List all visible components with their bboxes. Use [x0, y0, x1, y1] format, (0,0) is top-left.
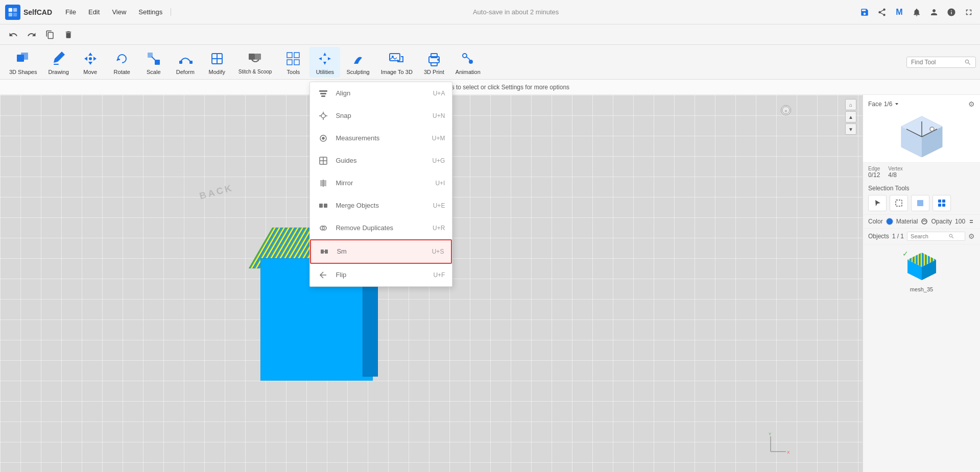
sel-tool-cursor[interactable] [868, 195, 887, 211]
view-menu[interactable]: View [108, 6, 130, 18]
tool-deform[interactable]: Deform [170, 47, 201, 78]
svg-rect-22 [319, 90, 327, 92]
tool-move[interactable]: Move [75, 47, 106, 78]
object-label: mesh_35 [910, 286, 933, 292]
toolbar: 3D Shapes Drawing Move Rotate Scale Defo… [0, 45, 980, 80]
selection-tools-header: Selection Tools [868, 185, 975, 192]
menu-item-merge[interactable]: Merge Objects U+E [310, 194, 452, 217]
merge-icon [317, 200, 329, 212]
file-menu[interactable]: File [61, 6, 80, 18]
menu-item-measurements[interactable]: Measurements U+M [310, 127, 452, 150]
snap-icon [317, 110, 329, 122]
menu-item-remove-dup[interactable]: Remove Duplicates U+R [310, 217, 452, 239]
tool-scale[interactable]: Scale [138, 47, 169, 78]
objects-search-box[interactable] [907, 232, 965, 241]
redo-button[interactable] [25, 28, 39, 42]
snap-label: Snap [336, 112, 426, 119]
tool-rotate[interactable]: Rotate [107, 47, 137, 78]
tool-3d-print[interactable]: 3D Print [419, 47, 449, 78]
menu-item-snap[interactable]: Snap U+N [310, 105, 452, 127]
remove-dup-icon [317, 222, 329, 234]
home-button[interactable]: ⌂ [845, 99, 856, 110]
user-icon[interactable] [928, 6, 940, 18]
guides-icon [317, 155, 329, 167]
sel-tool-multi-select[interactable] [933, 195, 951, 211]
vertex-label: Vertex [888, 166, 902, 171]
m-icon[interactable]: M [893, 6, 905, 18]
tool-scale-label: Scale [147, 69, 161, 75]
tool-stitch[interactable]: Stitch & Scoop [233, 47, 277, 78]
tool-image-to-3d[interactable]: Image To 3D [376, 47, 418, 78]
svg-rect-32 [319, 204, 323, 208]
face-selector[interactable]: Face 1/6 [868, 101, 899, 108]
material-label: Material [896, 218, 918, 225]
tool-utilities-label: Utilities [316, 69, 334, 75]
find-tool-box[interactable] [906, 57, 976, 68]
tool-utilities[interactable]: Utilities Align U+A Snap U+N [309, 47, 340, 78]
objects-header: Objects 1 / 1 ⚙ [863, 229, 980, 244]
material-icon[interactable] [921, 218, 928, 225]
objects-search-input[interactable] [911, 233, 946, 239]
compass: ⊕ [781, 105, 791, 115]
selection-tools-label: Selection Tools [868, 185, 910, 192]
rotate-icon [113, 49, 131, 68]
menu-item-sm[interactable]: Sm U+S [310, 239, 452, 264]
nav-up[interactable]: ▲ [845, 111, 856, 122]
vertex-count: 4/8 [888, 171, 902, 179]
align-icon [317, 87, 329, 100]
svg-point-25 [321, 114, 325, 118]
color-material-section: Color Material Opacity 100 [863, 215, 980, 229]
view-settings-button[interactable]: ⚙ [968, 100, 975, 108]
svg-rect-17 [255, 54, 261, 60]
svg-rect-19 [294, 53, 299, 58]
edit-menu[interactable]: Edit [84, 6, 104, 18]
tool-drawing[interactable]: Drawing [43, 47, 74, 78]
tool-animation[interactable]: Animation [450, 47, 486, 78]
svg-rect-64 [938, 204, 941, 207]
find-tool-input[interactable] [911, 59, 962, 66]
list-item[interactable]: ✓ [863, 244, 980, 296]
svg-rect-65 [942, 204, 945, 207]
align-shortcut: U+A [433, 90, 445, 97]
info-icon[interactable] [945, 6, 958, 18]
menu-item-flip[interactable]: Flip U+F [310, 264, 452, 286]
tool-tools[interactable]: Tools [278, 47, 308, 78]
opacity-spin-icon[interactable] [968, 218, 974, 225]
merge-label: Merge Objects [336, 202, 426, 209]
svg-point-7 [89, 57, 92, 60]
svg-rect-61 [917, 200, 923, 206]
sel-tool-face-select[interactable] [911, 195, 929, 211]
copy-button[interactable] [43, 28, 57, 42]
svg-rect-21 [294, 60, 299, 65]
delete-button[interactable] [61, 28, 76, 42]
sel-tool-box-select[interactable] [890, 195, 908, 211]
utilities-dropdown-menu: Align U+A Snap U+N Measurements U+M [309, 82, 452, 287]
svg-point-66 [922, 219, 927, 224]
mirror-icon [317, 177, 329, 189]
menu-item-align[interactable]: Align U+A [310, 82, 452, 105]
color-picker[interactable] [886, 218, 893, 225]
menu-item-guides[interactable]: Guides U+G [310, 150, 452, 172]
object-thumbnail[interactable]: ✓ [901, 249, 942, 284]
tool-sculpting-label: Sculpting [346, 69, 369, 75]
tool-3d-shapes[interactable]: 3D Shapes [4, 47, 42, 78]
tool-modify[interactable]: Modify [202, 47, 232, 78]
svg-rect-63 [942, 200, 945, 203]
nav-down[interactable]: ▼ [845, 123, 856, 135]
move-icon [81, 49, 100, 68]
share-icon[interactable] [876, 6, 888, 18]
svg-rect-62 [938, 200, 941, 203]
save-icon[interactable] [858, 6, 871, 18]
flip-shortcut: U+F [433, 271, 445, 279]
tool-sculpting[interactable]: Sculpting [341, 47, 374, 78]
objects-settings-button[interactable]: ⚙ [968, 232, 975, 240]
face-dropdown-icon [894, 102, 899, 107]
view-cube[interactable] [896, 111, 947, 157]
fullscreen-icon[interactable] [963, 6, 975, 18]
edge-label: Edge [868, 166, 880, 171]
tool-3d-print-label: 3D Print [424, 69, 444, 75]
undo-button[interactable] [6, 28, 20, 42]
menu-item-mirror[interactable]: Mirror U+I [310, 172, 452, 194]
settings-menu[interactable]: Settings [134, 6, 166, 18]
notification-icon[interactable] [911, 6, 923, 18]
